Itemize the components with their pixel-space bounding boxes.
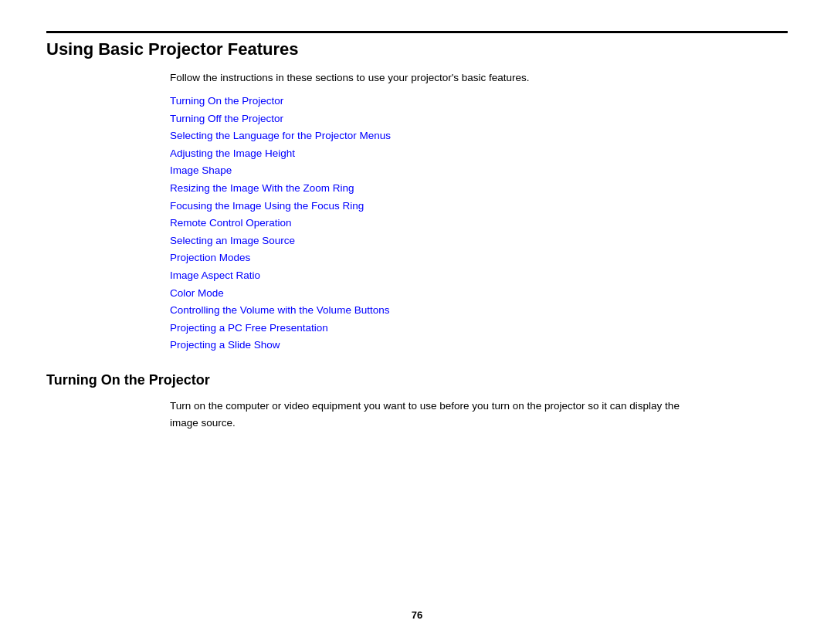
nav-link[interactable]: Image Shape (170, 162, 788, 179)
subsection-text: Turn on the computer or video equipment … (170, 398, 695, 431)
nav-link[interactable]: Color Mode (170, 285, 788, 302)
nav-link[interactable]: Turning Off the Projector (170, 110, 788, 127)
nav-link[interactable]: Controlling the Volume with the Volume B… (170, 302, 788, 319)
nav-link[interactable]: Projecting a PC Free Presentation (170, 320, 788, 337)
page-number: 76 (0, 609, 834, 621)
subsection-title: Turning On the Projector (46, 372, 788, 388)
nav-link[interactable]: Remote Control Operation (170, 215, 788, 232)
nav-link[interactable]: Adjusting the Image Height (170, 145, 788, 162)
page-container: Using Basic Projector Features Follow th… (0, 0, 834, 477)
intro-text: Follow the instructions in these section… (170, 72, 788, 83)
nav-link[interactable]: Turning On the Projector (170, 93, 788, 110)
nav-link[interactable]: Image Aspect Ratio (170, 267, 788, 284)
nav-link[interactable]: Projecting a Slide Show (170, 337, 788, 354)
nav-link[interactable]: Resizing the Image With the Zoom Ring (170, 180, 788, 197)
nav-link[interactable]: Focusing the Image Using the Focus Ring (170, 198, 788, 215)
nav-link[interactable]: Projection Modes (170, 249, 788, 266)
top-border (46, 31, 788, 33)
nav-link[interactable]: Selecting an Image Source (170, 232, 788, 249)
links-list: Turning On the ProjectorTurning Off the … (170, 93, 788, 354)
main-title: Using Basic Projector Features (46, 39, 788, 59)
nav-link[interactable]: Selecting the Language for the Projector… (170, 127, 788, 144)
